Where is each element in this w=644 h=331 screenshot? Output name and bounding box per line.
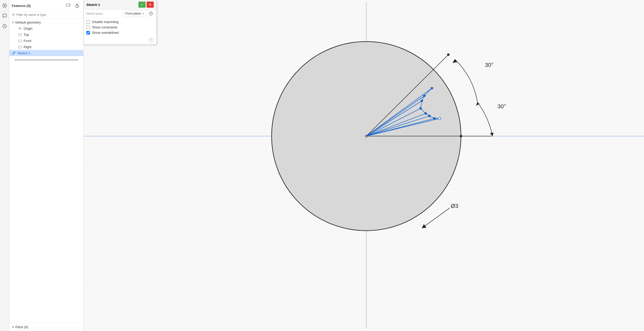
plane-selector[interactable]: Front plane ✕ [123,10,147,17]
confirm-button[interactable]: ✓ [138,2,146,8]
canvas-area: 30° 30° Ø3 [84,0,644,331]
sketch-panel: Sketch 1 ✓ ✕ Sketch plane Front plane ✕ [84,0,157,45]
svg-point-11 [20,28,21,29]
disable-imprinting-row[interactable]: Disable imprinting [86,20,154,24]
plane-history-icon[interactable] [148,11,154,16]
tree-item-sketch1[interactable]: Sketch 1 [9,50,83,56]
svg-point-47 [421,100,423,102]
tree-item-front[interactable]: Front [15,38,83,44]
svg-point-45 [431,87,433,90]
plane-icon-right [18,45,22,49]
svg-text:30°: 30° [498,103,506,110]
sketch-header-actions: ✓ ✕ [138,2,154,8]
origin-icon [18,26,22,30]
help-icon[interactable]: ? [149,38,154,43]
history-icon[interactable] [1,23,8,30]
plane-label: Sketch plane [86,12,103,15]
tree-item-top[interactable]: Top [15,31,83,38]
svg-rect-13 [18,40,22,42]
disable-imprinting-checkbox[interactable] [86,20,90,24]
search-input[interactable] [16,13,81,17]
default-geometry-header[interactable]: ▼ Default geometry [9,19,83,25]
svg-text:Ø3: Ø3 [451,203,458,209]
sidebar-header-icons [65,2,81,9]
tree-item-right[interactable]: Right [15,44,83,50]
comment-icon[interactable] [1,12,8,19]
add-icon[interactable] [1,2,8,9]
front-label: Front [24,39,31,43]
plane-close-icon[interactable]: ✕ [142,12,144,15]
left-toolbar [0,0,9,331]
main-area: Sketch 1 ✓ ✕ Sketch plane Front plane ✕ [84,0,644,331]
plane-icon-front [18,39,22,43]
show-constraints-checkbox[interactable] [86,26,90,29]
sidebar-title: Features (5) [12,4,31,8]
sketch-options: Disable imprinting Show constraints Show… [84,18,156,37]
plane-value: Front plane [125,12,141,15]
sketch-pencil-icon [12,51,16,55]
sidebar: Features (5) [9,0,84,331]
svg-point-50 [428,115,431,117]
tree-section: ▼ Default geometry Origin Top [9,18,83,57]
sidebar-header: Features (5) [9,0,83,12]
svg-line-15 [14,52,15,53]
parts-header[interactable]: ▼ Parts (0) [9,324,83,330]
add-feature-icon[interactable] [65,2,72,9]
svg-point-51 [433,117,436,120]
svg-point-46 [423,94,426,97]
sketch-canvas: 30° 30° Ø3 [84,0,644,331]
tree-item-origin[interactable]: Origin [15,25,83,31]
svg-rect-14 [18,46,22,48]
show-constraints-row[interactable]: Show constraints [86,25,154,29]
svg-rect-4 [66,4,69,6]
filter-icon [12,13,15,17]
parts-section: ▼ Parts (0) [9,323,83,331]
svg-point-52 [438,117,441,120]
sketch-panel-header: Sketch 1 ✓ ✕ [84,0,156,9]
show-overdefined-row[interactable]: Show overdefined [86,31,154,35]
svg-point-48 [419,107,422,110]
plane-icon-top [18,33,22,37]
sketch-help: ? [84,37,156,44]
svg-text:30°: 30° [485,62,493,68]
close-button[interactable]: ✕ [147,2,154,8]
sidebar-search [9,12,83,18]
timer-icon[interactable] [74,2,81,9]
sketch-plane-row: Sketch plane Front plane ✕ [84,9,156,18]
sketch-panel-title: Sketch 1 [86,3,100,7]
svg-point-49 [424,112,427,115]
svg-rect-12 [18,34,22,36]
scrollbar[interactable] [14,59,78,61]
show-overdefined-checkbox[interactable] [86,31,90,35]
